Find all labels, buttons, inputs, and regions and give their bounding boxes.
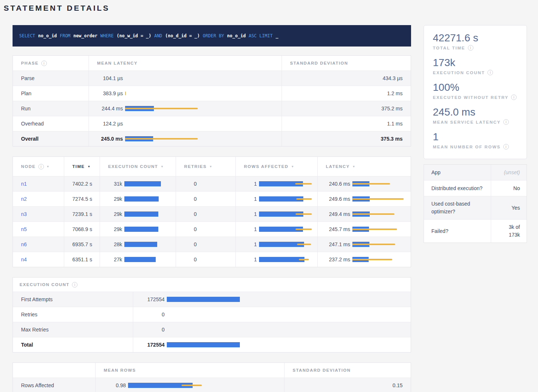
info-icon[interactable]: i bbox=[503, 119, 509, 125]
sql-token: (no_d_id = _) bbox=[165, 33, 200, 38]
statement-details-attributes: App (unset) Distributed execution? No Us… bbox=[424, 164, 527, 243]
latency-bar bbox=[125, 106, 278, 111]
info-icon[interactable]: i bbox=[511, 94, 517, 100]
execution-row-bar bbox=[167, 327, 407, 333]
sort-arrow-icon[interactable]: ▼ bbox=[161, 165, 163, 168]
node-execution-count-cell: 28k bbox=[100, 237, 176, 252]
mean-latency-cell: 383.9 µs bbox=[89, 86, 282, 101]
phase-table-header: PHASE i MEAN LATENCY STANDARD DEVIATION bbox=[13, 56, 411, 71]
summary-stat: 173k EXECUTION COUNT i bbox=[433, 56, 518, 75]
mean-latency-cell: 244.4 ms bbox=[89, 101, 282, 116]
execution-row-bar bbox=[167, 342, 407, 348]
rows-affected-value: 1 bbox=[236, 211, 257, 217]
summary-stat: 100% EXECUTED WITHOUT RETRY i bbox=[433, 81, 518, 100]
execution-count-value: 29k bbox=[100, 226, 122, 232]
sql-token: new_order bbox=[73, 33, 97, 38]
phase-row: Plan 383.9 µs 1.2 ms bbox=[13, 86, 411, 101]
info-icon[interactable]: i bbox=[468, 45, 473, 51]
stddev-value: 1.2 ms bbox=[282, 86, 411, 101]
summary-stat: 42271.6 s TOTAL TIME i bbox=[433, 31, 518, 51]
node-rows-affected-cell: 1 bbox=[236, 192, 318, 206]
node-execution-count-cell: 29k bbox=[100, 222, 176, 237]
node-rows-affected-cell: 1 bbox=[236, 207, 318, 221]
node-link[interactable]: n3 bbox=[21, 211, 27, 217]
execution-count-table-header: EXECUTION COUNT i bbox=[13, 278, 411, 292]
info-icon[interactable]: i bbox=[41, 61, 47, 66]
execution-count-table: EXECUTION COUNT i First Attempts 172554 bbox=[13, 277, 411, 353]
node-rows-affected-cell: 1 bbox=[236, 252, 318, 267]
execution-row-value: 0 bbox=[133, 327, 165, 333]
mean-latency-cell: 245.0 ms bbox=[89, 131, 282, 146]
sql-token: WHERE bbox=[100, 33, 114, 38]
execution-count-bar bbox=[124, 226, 172, 232]
mean-latency-value: 104.1 µs bbox=[89, 75, 123, 81]
retries-value: 0 bbox=[176, 196, 197, 202]
node-retries-cell: 0 bbox=[176, 237, 236, 252]
phase-name: Overhead bbox=[13, 116, 89, 131]
execution-count-row: Retries 0 bbox=[13, 307, 411, 322]
phase-table: PHASE i MEAN LATENCY STANDARD DEVIATION … bbox=[13, 55, 411, 147]
node-link[interactable]: n4 bbox=[21, 257, 27, 262]
info-icon[interactable]: i bbox=[72, 282, 77, 288]
node-execution-count-cell: 29k bbox=[100, 192, 176, 206]
node-latency-cell: 245.7 ms bbox=[318, 222, 411, 237]
node-cell: n5 bbox=[13, 222, 64, 237]
sort-arrow-icon[interactable]: ▼ bbox=[209, 165, 212, 168]
stddev-value: 0.15 bbox=[284, 378, 411, 392]
sql-statement-box: SELECT no_o_id FROM new_order WHERE (no_… bbox=[13, 25, 411, 47]
latency-value: 240.6 ms bbox=[318, 181, 350, 187]
sql-token: no_o_id bbox=[227, 33, 246, 38]
rows-affected-column-header[interactable]: ROWS AFFECTED ▼ bbox=[236, 157, 318, 176]
info-icon[interactable]: i bbox=[38, 164, 44, 169]
node-retries-cell: 0 bbox=[176, 207, 236, 221]
retries-value: 0 bbox=[176, 257, 197, 262]
stat-label-text: TOTAL TIME bbox=[433, 46, 465, 50]
sql-token: (no_w_id = _) bbox=[117, 33, 151, 38]
execution-count-column-header[interactable]: EXECUTION COUNT ▼ bbox=[100, 157, 176, 176]
phase-row: Parse 104.1 µs 434.3 µs bbox=[13, 71, 411, 86]
summary-stats-card: 42271.6 s TOTAL TIME i 173k EXECUTION CO… bbox=[424, 25, 527, 159]
node-retries-cell: 0 bbox=[176, 176, 236, 191]
summary-stat: 1 MEAN NUMBER OF ROWS i bbox=[433, 130, 518, 149]
node-latency-cell: 249.6 ms bbox=[318, 192, 411, 206]
node-cell: n6 bbox=[13, 237, 64, 252]
node-link[interactable]: n1 bbox=[21, 181, 27, 187]
execution-row-label: First Attempts bbox=[13, 292, 133, 307]
time-column-header[interactable]: TIME ▼ bbox=[64, 157, 100, 176]
phase-row: Overall 245.0 ms 375.3 ms bbox=[13, 131, 411, 146]
latency-value: 245.7 ms bbox=[318, 226, 350, 232]
sort-arrow-icon[interactable]: ▼ bbox=[291, 165, 294, 168]
node-row: n4 6351.1 s 27k 0 1 bbox=[13, 252, 411, 267]
retries-value: 0 bbox=[176, 226, 197, 232]
node-cell: n1 bbox=[13, 176, 64, 191]
node-link[interactable]: n2 bbox=[21, 196, 27, 202]
summary-sidebar: 42271.6 s TOTAL TIME i 173k EXECUTION CO… bbox=[424, 25, 527, 243]
info-icon[interactable]: i bbox=[503, 144, 509, 149]
execution-count-title: EXECUTION COUNT i bbox=[13, 278, 411, 292]
execution-count-row: Max Retries 0 bbox=[13, 322, 411, 337]
info-icon[interactable]: i bbox=[487, 70, 493, 75]
latency-value: 249.6 ms bbox=[318, 196, 350, 202]
latency-bar bbox=[352, 196, 407, 202]
sql-token: ASC LIMIT bbox=[249, 33, 273, 38]
node-row: n1 7402.2 s 31k 0 1 bbox=[13, 176, 411, 192]
stat-label: EXECUTION COUNT i bbox=[433, 70, 518, 75]
stddev-value: 1.1 ms bbox=[282, 116, 411, 131]
retries-column-header[interactable]: RETRIES ▼ bbox=[176, 157, 236, 176]
node-row: n5 7068.9 s 29k 0 1 bbox=[13, 222, 411, 237]
attribute-value: No bbox=[491, 180, 527, 196]
node-column-header[interactable]: NODE i ▼ bbox=[13, 157, 64, 176]
sort-arrow-icon[interactable]: ▼ bbox=[87, 165, 90, 168]
sort-arrow-icon[interactable]: ▼ bbox=[46, 165, 49, 168]
node-link[interactable]: n5 bbox=[21, 226, 27, 232]
latency-column-header[interactable]: LATENCY ▼ bbox=[318, 157, 411, 176]
execution-count-row: First Attempts 172554 bbox=[13, 292, 411, 307]
stat-label-text: EXECUTED WITHOUT RETRY bbox=[433, 95, 508, 100]
node-link[interactable]: n6 bbox=[21, 241, 27, 247]
execution-count-bar bbox=[124, 257, 172, 262]
sort-arrow-icon[interactable]: ▼ bbox=[352, 165, 355, 168]
mean-latency-value: 383.9 µs bbox=[89, 90, 123, 96]
attribute-row: Distributed execution? No bbox=[424, 180, 527, 196]
sql-token: SELECT bbox=[19, 33, 35, 38]
latency-value: 237.2 ms bbox=[318, 257, 350, 262]
